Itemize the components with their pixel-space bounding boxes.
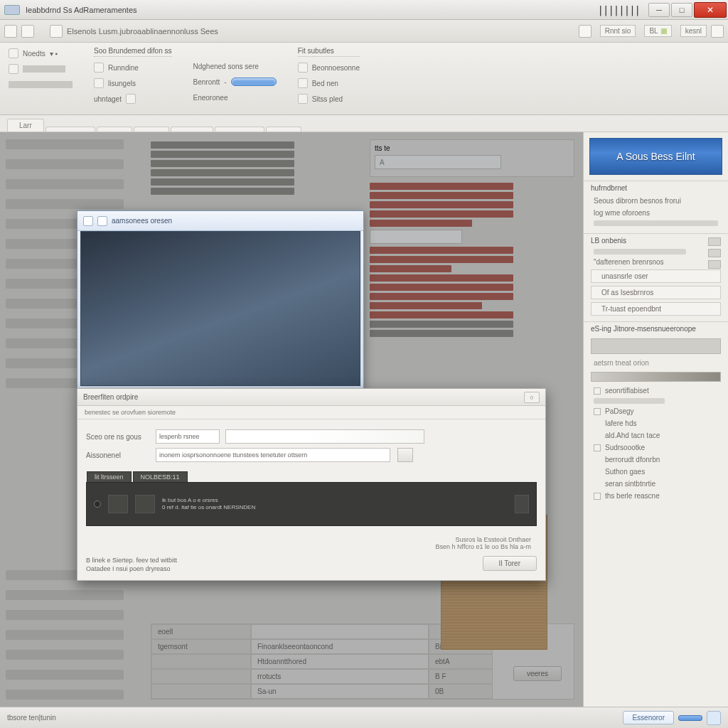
- table-cell: tgernsont: [151, 639, 251, 654]
- toolbar-right-2[interactable]: BL: [644, 25, 671, 37]
- field-label: Aissonenel: [86, 451, 150, 459]
- text-input[interactable]: [225, 429, 424, 444]
- window-title: Ieabbdrnd Ss AdRameramentes: [24, 6, 598, 14]
- panel-checkbox[interactable]: PaDsegy: [584, 405, 728, 417]
- close-button[interactable]: ✕: [694, 2, 727, 18]
- panel-item[interactable]: "dafterenen brenrsnos: [584, 256, 728, 268]
- nav-item[interactable]: [6, 199, 124, 209]
- tab-4[interactable]: [134, 127, 169, 132]
- ribbon-icon[interactable]: [94, 78, 104, 88]
- panel-checkbox[interactable]: ths berle reascne: [584, 490, 728, 502]
- tool-icon-2[interactable]: [21, 25, 34, 38]
- ribbon-icon[interactable]: [94, 63, 104, 73]
- ribbon-icon[interactable]: [298, 94, 308, 104]
- panel-box[interactable]: unasnsrle oser: [591, 269, 721, 283]
- media-tab[interactable]: lit ltrsseen: [87, 471, 132, 482]
- barcode-icon: ||||||||: [598, 4, 640, 16]
- tab-1[interactable]: Larr: [7, 119, 44, 132]
- tool-icon-1[interactable]: [4, 25, 17, 38]
- tab-2[interactable]: [46, 127, 95, 132]
- nav-item[interactable]: [6, 159, 124, 169]
- panel-slider[interactable]: [591, 372, 721, 382]
- ok-button[interactable]: Il Torer: [483, 556, 537, 571]
- field-label: Sceo ore ns gous: [86, 433, 150, 441]
- checkbox-icon: [594, 408, 601, 415]
- nav-item[interactable]: [6, 610, 124, 620]
- nav-item[interactable]: [6, 690, 124, 700]
- dropdown[interactable]: inonem iosprsononnoene ttunstees tenetut…: [156, 448, 390, 462]
- ribbon-icon[interactable]: [126, 94, 136, 104]
- dialog-hint: Susros la Essteoit Dnthaer Bsen h Nffcro…: [86, 536, 537, 550]
- dialog-close-button[interactable]: ○: [524, 392, 540, 403]
- radio-icon[interactable]: [94, 500, 101, 508]
- thumb[interactable]: [135, 495, 155, 513]
- panel-section-header: hufrndbrnet: [584, 181, 728, 195]
- nav-item[interactable]: [6, 670, 124, 680]
- dropdown-button[interactable]: [397, 448, 413, 462]
- right-panel: A Sous Bess Eilnt hufrndbrnet Seous dibr…: [583, 132, 728, 707]
- table-cell[interactable]: rrotucts: [251, 669, 429, 684]
- apply-button[interactable]: veeres: [513, 666, 562, 681]
- input-field[interactable]: [370, 230, 462, 244]
- nav-item[interactable]: [6, 650, 124, 660]
- media-tab[interactable]: NOLBESB:11: [133, 471, 188, 482]
- search-card: tts te A: [370, 139, 574, 177]
- status-button-1[interactable]: Essenoror: [623, 711, 674, 724]
- nav-item[interactable]: [6, 139, 124, 149]
- ribbon-group-1: Noedts▾ ▪: [9, 47, 73, 110]
- thumb[interactable]: [108, 495, 128, 513]
- panel-text: aetsrn tneat orion: [584, 357, 728, 369]
- tab-6[interactable]: [215, 127, 264, 132]
- toolbar-right-3[interactable]: kesnl: [680, 25, 707, 37]
- maximize-button[interactable]: □: [671, 3, 692, 17]
- panel-section-header: eS-ing Jitnore-msensnueeronope: [584, 321, 728, 336]
- options-dialog: Breerfiten ordpire ○ benestec se orovfue…: [77, 388, 546, 581]
- tool-icon-r1[interactable]: [579, 25, 592, 38]
- table-cell[interactable]: Finoanklseeontaoncond: [251, 639, 429, 654]
- nav-item[interactable]: [6, 179, 124, 189]
- dropdown[interactable]: lespenb rsnee: [156, 429, 220, 444]
- tab-3[interactable]: [97, 127, 132, 132]
- table-cell: ebtA: [429, 654, 493, 669]
- status-icon[interactable]: [707, 711, 721, 725]
- table-cell: [251, 624, 429, 639]
- panel-item[interactable]: log wme oforoens: [584, 207, 728, 219]
- tab-7[interactable]: [266, 127, 301, 132]
- table-cell: [151, 669, 251, 684]
- tab-5[interactable]: [171, 127, 213, 132]
- ribbon-icon[interactable]: [298, 63, 308, 73]
- preview-dialog: aamsonees oresen: [77, 210, 364, 390]
- dialog-preview-body: [80, 231, 360, 386]
- status-button-2[interactable]: [678, 715, 702, 721]
- dialog-title: Breerfiten ordpire: [83, 393, 138, 401]
- dialog-title: aamsonees oresen: [112, 217, 172, 225]
- panel-checkbox[interactable]: Sudrsoootke: [584, 441, 728, 454]
- panel-tool-icon[interactable]: [708, 249, 721, 257]
- toolbar-label: Elsenols Lusm.jubroaablinaennonluss Sees: [67, 27, 218, 36]
- panel-tool-icon[interactable]: [708, 237, 721, 246]
- panel-checkbox[interactable]: seonrtiflabiset: [584, 385, 728, 397]
- ribbon-pill[interactable]: [231, 77, 277, 86]
- panel-section-header: LB onbenis: [584, 233, 728, 247]
- panel-subtext: Seous dibrorn besnos frorui: [584, 195, 728, 207]
- search-field[interactable]: A: [375, 155, 501, 169]
- ribbon-icon[interactable]: [9, 48, 18, 58]
- toolbar-right-1[interactable]: Rnnt sio: [600, 25, 636, 37]
- panel-tool-icon[interactable]: [708, 260, 721, 269]
- app-icon: [4, 5, 20, 15]
- ribbon-icon[interactable]: [9, 64, 18, 74]
- panel-box[interactable]: Tr-tuast epoendbnt: [591, 302, 721, 316]
- tool-icon-3[interactable]: [50, 25, 63, 38]
- thumb[interactable]: [515, 495, 529, 513]
- nav-item[interactable]: [6, 630, 124, 640]
- table-cell[interactable]: Sa-un: [251, 684, 429, 699]
- dialog-footnote: B linek e Siertep. feev ted witbitt Oata…: [86, 556, 177, 573]
- minimize-button[interactable]: ─: [648, 3, 670, 17]
- panel-box[interactable]: Of as Isesbrnros: [591, 286, 721, 299]
- ribbon-icon[interactable]: [298, 78, 308, 88]
- dialog-header[interactable]: aamsonees oresen: [77, 211, 363, 231]
- dialog-header[interactable]: Breerfiten ordpire ○: [77, 389, 545, 406]
- tool-icon-r2[interactable]: [711, 25, 724, 38]
- table-cell[interactable]: Htdoanntthored: [251, 654, 429, 669]
- nav-item[interactable]: [6, 590, 124, 600]
